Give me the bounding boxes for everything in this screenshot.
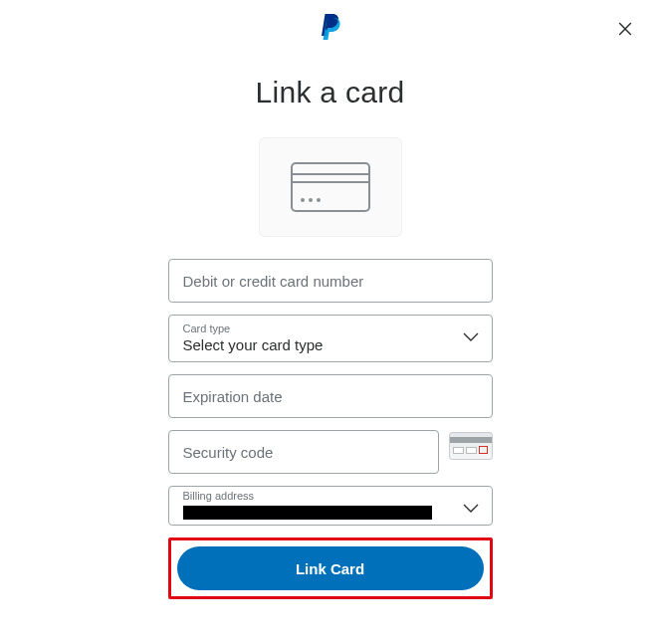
card-type-select[interactable]: Card type Select your card type (168, 315, 493, 362)
cvv-hint-icon (449, 432, 493, 460)
billing-address-value (183, 506, 432, 520)
expiration-field[interactable] (168, 374, 493, 418)
card-type-value: Select your card type (183, 336, 324, 353)
expiration-input[interactable] (183, 388, 478, 405)
billing-address-label: Billing address (183, 491, 255, 502)
svg-point-5 (317, 198, 321, 202)
svg-rect-0 (292, 163, 369, 211)
chevron-down-icon (462, 501, 480, 519)
card-number-input[interactable] (183, 273, 478, 290)
card-number-field[interactable] (168, 259, 493, 303)
close-icon[interactable] (616, 20, 636, 40)
link-card-button[interactable]: Link Card (177, 546, 484, 590)
submit-highlight: Link Card (168, 537, 493, 599)
svg-point-3 (301, 198, 305, 202)
security-code-field[interactable] (168, 430, 439, 474)
card-type-label: Card type (183, 323, 231, 334)
card-illustration (259, 137, 402, 237)
security-code-input[interactable] (183, 444, 424, 461)
svg-point-4 (309, 198, 313, 202)
chevron-down-icon (462, 329, 480, 347)
page-title: Link a card (0, 76, 660, 109)
paypal-logo (0, 0, 660, 46)
billing-address-select[interactable]: Billing address (168, 486, 493, 526)
